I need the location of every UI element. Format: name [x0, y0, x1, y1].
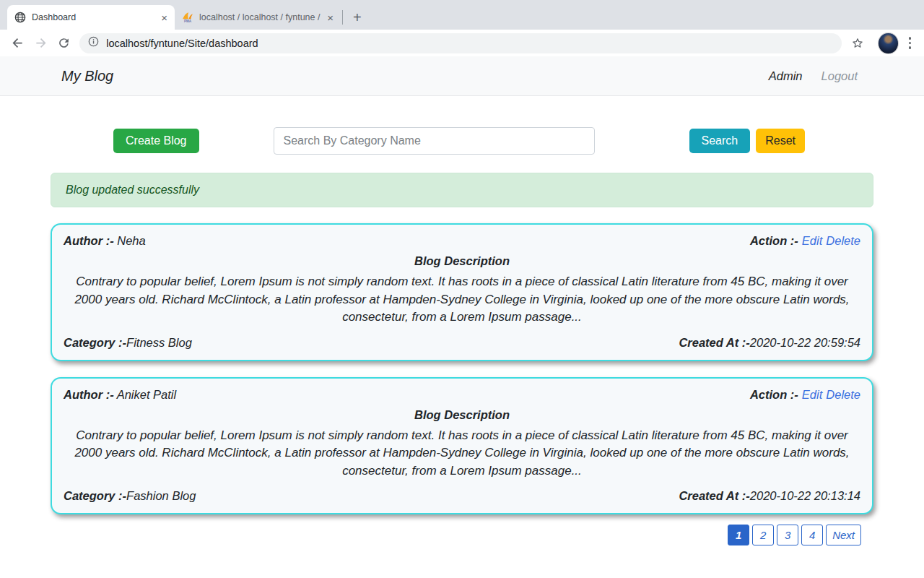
address-bar[interactable]: localhost/fyntune/Site/dashboard — [79, 33, 842, 53]
tab-title: Dashboard — [32, 12, 157, 22]
browser-toolbar: localhost/fyntune/Site/dashboard — [0, 30, 924, 56]
controls-row: Create Blog Search Reset — [0, 127, 924, 155]
created-field: Created At :-2020-10-22 20:13:14 — [679, 489, 860, 503]
blog-description-text: Contrary to popular belief, Lorem Ipsum … — [64, 427, 860, 480]
blog-card: Author :- Neha Action :-EditDelete Blog … — [51, 223, 873, 361]
site-brand[interactable]: My Blog — [61, 68, 113, 85]
nav-link-admin[interactable]: Admin — [769, 69, 803, 83]
created-at-label: Created At :- — [679, 489, 749, 502]
created-at-value: 2020-10-22 20:59:54 — [750, 336, 860, 349]
author-field: Author :- Neha — [64, 234, 146, 248]
tab-title: localhost / localhost / fyntune / — [199, 12, 323, 22]
browser-tab-strip: Dashboard × PMA localhost / localhost / … — [0, 0, 924, 30]
page-next[interactable]: Next — [826, 525, 861, 545]
alert-message: Blog updated successfully — [66, 184, 199, 197]
edit-link[interactable]: Edit — [802, 388, 822, 401]
action-label: Action :- — [750, 388, 798, 401]
pagination: 1 2 3 4 Next — [0, 525, 861, 545]
close-tab-icon[interactable]: × — [327, 12, 334, 23]
create-blog-button[interactable]: Create Blog — [113, 129, 199, 153]
close-tab-icon[interactable]: × — [161, 12, 167, 23]
nav-link-logout[interactable]: Logout — [821, 69, 858, 83]
browser-menu-icon[interactable] — [909, 37, 912, 49]
action-field: Action :-EditDelete — [750, 234, 860, 248]
delete-link[interactable]: Delete — [826, 234, 860, 247]
created-field: Created At :-2020-10-22 20:59:54 — [679, 336, 860, 350]
new-tab-button[interactable]: + — [347, 9, 367, 26]
created-at-label: Created At :- — [679, 336, 749, 349]
reset-button[interactable]: Reset — [756, 129, 805, 153]
blog-description-text: Contrary to popular belief, Lorem Ipsum … — [64, 273, 860, 327]
search-button[interactable]: Search — [689, 129, 751, 153]
blog-description-title: Blog Description — [64, 408, 860, 422]
bookmark-star-icon[interactable] — [847, 33, 868, 54]
author-value: Aniket Patil — [114, 388, 177, 401]
page-1[interactable]: 1 — [728, 525, 749, 545]
edit-link[interactable]: Edit — [802, 234, 822, 247]
blog-description-title: Blog Description — [64, 254, 860, 268]
category-field: Category :-Fashion Blog — [64, 489, 196, 503]
author-label: Author :- — [64, 388, 114, 401]
globe-icon — [14, 12, 26, 23]
info-icon[interactable] — [88, 36, 99, 50]
category-value: Fashion Blog — [126, 489, 196, 502]
category-value: Fitness Blog — [126, 336, 192, 349]
author-value: Neha — [114, 234, 146, 247]
category-field: Category :-Fitness Blog — [64, 336, 192, 350]
page-3[interactable]: 3 — [777, 525, 798, 545]
author-label: Author :- — [64, 234, 114, 247]
category-label: Category :- — [64, 336, 126, 349]
site-navbar: My Blog Admin Logout — [0, 56, 924, 96]
url-text: localhost/fyntune/Site/dashboard — [106, 38, 258, 49]
blog-card: Author :- Aniket Patil Action :-EditDele… — [51, 377, 873, 515]
tab-separator — [342, 10, 343, 25]
search-input[interactable] — [274, 127, 595, 155]
author-field: Author :- Aniket Patil — [64, 388, 176, 402]
tab-dashboard[interactable]: Dashboard × — [7, 5, 175, 30]
success-alert: Blog updated successfully — [51, 173, 873, 207]
tab-phpmyadmin[interactable]: PMA localhost / localhost / fyntune / × — [175, 5, 341, 30]
phpmyadmin-icon: PMA — [182, 12, 193, 23]
category-label: Category :- — [64, 489, 126, 502]
svg-text:PMA: PMA — [184, 20, 192, 23]
action-label: Action :- — [750, 234, 798, 247]
reload-icon[interactable] — [53, 33, 74, 54]
profile-avatar[interactable] — [878, 33, 898, 54]
created-at-value: 2020-10-22 20:13:14 — [750, 489, 860, 502]
action-field: Action :-EditDelete — [750, 388, 860, 402]
page-2[interactable]: 2 — [752, 525, 774, 545]
back-icon[interactable] — [7, 33, 27, 54]
page-4[interactable]: 4 — [801, 525, 823, 545]
delete-link[interactable]: Delete — [826, 388, 860, 401]
forward-icon[interactable] — [30, 33, 51, 54]
